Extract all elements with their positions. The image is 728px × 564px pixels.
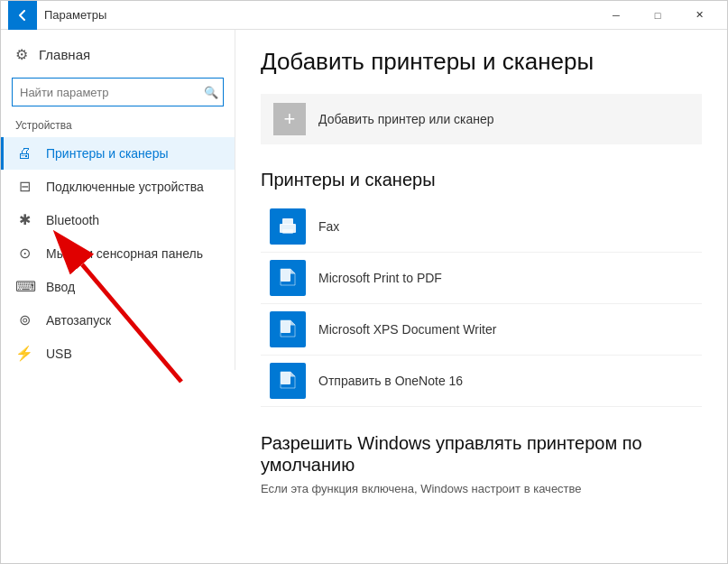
- printer-name-xps: Microsoft XPS Document Writer: [318, 322, 496, 337]
- mouse-icon: ⊙: [15, 245, 33, 262]
- main-panel: Добавить принтеры и сканеры + Добавить п…: [235, 30, 727, 563]
- sidebar-home-item[interactable]: ⚙ Главная: [1, 37, 235, 72]
- sidebar-item-connected[interactable]: ⊟ Подключенные устройства: [1, 170, 235, 203]
- sidebar-section-label: Устройства: [1, 116, 235, 137]
- sidebar-item-label-usb: USB: [46, 347, 72, 361]
- sidebar-item-label-printers: Принтеры и сканеры: [46, 146, 168, 161]
- printer-icon-xps: [270, 311, 306, 347]
- search-box: 🔍: [12, 78, 224, 106]
- sidebar-item-bluetooth[interactable]: ✱ Bluetooth: [1, 203, 235, 236]
- page-title: Добавить принтеры и сканеры: [261, 48, 702, 76]
- content-area: ⚙ Главная 🔍 Устройства 🖨 Принтеры и скан…: [1, 30, 727, 563]
- svg-rect-7: [281, 372, 290, 384]
- sidebar-item-label-connected: Подключенные устройства: [46, 180, 204, 194]
- input-icon: ⌨: [15, 278, 33, 295]
- printer-icon-fax: [270, 208, 306, 245]
- sidebar-home-label: Главная: [39, 47, 90, 62]
- maximize-button[interactable]: □: [637, 1, 678, 30]
- add-printer-button[interactable]: + Добавить принтер или сканер: [261, 94, 702, 144]
- window-controls: ─ □ ✕: [595, 1, 720, 30]
- sidebar-item-label-autorun: Автозапуск: [46, 313, 111, 328]
- search-input[interactable]: [12, 78, 224, 106]
- sidebar-item-label-mouse: Мышь и сенсорная панель: [46, 246, 203, 261]
- search-icon[interactable]: 🔍: [204, 86, 218, 99]
- autorun-icon: ⊚: [15, 311, 33, 328]
- printer-name-pdf: Microsoft Print to PDF: [318, 271, 442, 285]
- connected-icon: ⊟: [15, 178, 33, 195]
- add-printer-label: Добавить принтер или сканер: [318, 112, 494, 126]
- printer-item-pdf[interactable]: Microsoft Print to PDF: [261, 253, 702, 304]
- sidebar: ⚙ Главная 🔍 Устройства 🖨 Принтеры и скан…: [1, 30, 235, 563]
- svg-rect-3: [282, 218, 293, 225]
- manage-windows-desc: Если эта функция включена, Windows настр…: [261, 481, 702, 497]
- close-button[interactable]: ✕: [678, 1, 720, 30]
- sidebar-item-usb[interactable]: ⚡ USB: [1, 337, 235, 370]
- sidebar-item-label-bluetooth: Bluetooth: [46, 213, 99, 227]
- printer-icon-pdf: [270, 260, 306, 296]
- home-icon: ⚙: [15, 46, 28, 63]
- printer-icon-onenote: [270, 363, 306, 399]
- add-plus-icon: +: [273, 103, 306, 135]
- sidebar-item-autorun[interactable]: ⊚ Автозапуск: [1, 303, 235, 337]
- usb-icon: ⚡: [15, 345, 33, 362]
- svg-rect-5: [281, 269, 290, 282]
- sidebar-item-label-input: Ввод: [46, 280, 75, 294]
- printers-section-title: Принтеры и сканеры: [261, 170, 702, 190]
- sidebar-inner: ⚙ Главная 🔍 Устройства 🖨 Принтеры и скан…: [1, 30, 235, 370]
- manage-windows-title: Разрешить Windows управлять принтером по…: [261, 432, 702, 476]
- sidebar-item-input[interactable]: ⌨ Ввод: [1, 270, 235, 303]
- printer-item-onenote[interactable]: Отправить в OneNote 16: [261, 356, 702, 407]
- printers-icon: 🖨: [15, 145, 33, 162]
- printer-name-fax: Fax: [318, 219, 339, 234]
- sidebar-item-printers[interactable]: 🖨 Принтеры и сканеры: [1, 137, 235, 170]
- bluetooth-icon: ✱: [15, 211, 33, 228]
- printer-name-onenote: Отправить в OneNote 16: [318, 374, 463, 388]
- window-title: Параметры: [44, 8, 595, 22]
- printer-list: Fax Microsoft Print to PDF: [261, 201, 702, 407]
- back-button[interactable]: [8, 1, 37, 30]
- printer-item-xps[interactable]: Microsoft XPS Document Writer: [261, 304, 702, 356]
- svg-rect-6: [281, 320, 290, 333]
- sidebar-item-mouse[interactable]: ⊙ Мышь и сенсорная панель: [1, 236, 235, 270]
- printer-item-fax[interactable]: Fax: [261, 201, 702, 253]
- titlebar: Параметры ─ □ ✕: [1, 1, 727, 30]
- minimize-button[interactable]: ─: [595, 1, 637, 30]
- window: Параметры ─ □ ✕ ⚙ Главная 🔍 Ус: [0, 0, 728, 564]
- svg-rect-4: [282, 229, 293, 234]
